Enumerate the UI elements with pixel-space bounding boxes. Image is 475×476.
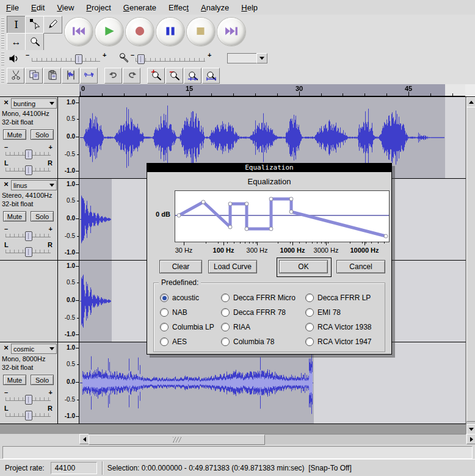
toolbar-grip[interactable] — [1, 52, 4, 65]
zoom-out-button[interactable] — [165, 68, 183, 84]
pan-slider-thumb[interactable] — [25, 165, 32, 175]
menu-generate[interactable]: Generate — [117, 1, 162, 14]
horizontal-scrollbar[interactable] — [0, 434, 475, 444]
radio-aes[interactable]: AES — [160, 337, 221, 346]
draw-tool-button[interactable] — [43, 16, 62, 34]
track-name-dropdown[interactable]: bunting — [11, 98, 57, 109]
paste-button[interactable] — [43, 68, 61, 84]
horizontal-scroll-thumb[interactable] — [89, 435, 265, 445]
input-source-dropdown[interactable] — [227, 53, 267, 63]
mute-button[interactable]: Mute — [3, 211, 26, 222]
menu-project[interactable]: Project — [80, 1, 117, 14]
radio-columbia-78[interactable]: Columbia 78 — [221, 337, 305, 346]
vertical-ruler[interactable]: 1.00.50.0-0.5-1.0 — [58, 342, 79, 424]
cut-button[interactable] — [7, 68, 24, 84]
scroll-right-button[interactable] — [466, 434, 475, 444]
skip-to-end-button[interactable] — [217, 18, 245, 46]
input-volume-slider[interactable] — [136, 58, 205, 62]
undo-button[interactable] — [104, 68, 122, 84]
toolbar-grip[interactable] — [1, 16, 4, 48]
pan-slider[interactable]: LR — [0, 162, 57, 178]
input-volume-thumb[interactable] — [137, 54, 145, 64]
envelope-tool-button[interactable] — [25, 16, 44, 34]
load-curve-button[interactable]: Load Curve — [208, 260, 257, 273]
solo-button[interactable]: Solo — [31, 375, 54, 385]
vertical-scroll-thumb[interactable] — [466, 107, 475, 422]
cancel-button[interactable]: Cancel — [336, 260, 385, 273]
output-volume-thumb[interactable] — [75, 54, 82, 64]
pause-button[interactable] — [156, 18, 184, 46]
play-button[interactable] — [95, 18, 123, 46]
gain-slider-thumb[interactable] — [25, 150, 32, 159]
dialog-title-bar[interactable]: Equalization — [147, 164, 391, 172]
clear-button[interactable]: Clear — [159, 260, 202, 273]
menu-file[interactable]: File — [0, 1, 25, 14]
solo-button[interactable]: Solo — [31, 129, 54, 140]
scroll-left-button[interactable] — [79, 434, 89, 444]
selection-tool-button[interactable]: I — [7, 16, 26, 34]
dropdown-button[interactable] — [256, 53, 267, 63]
silence-button[interactable] — [80, 68, 98, 84]
pan-slider-thumb[interactable] — [25, 411, 32, 420]
arrow-up-icon — [469, 101, 474, 104]
radio-decca-ffrr-78[interactable]: Decca FFRR 78 — [221, 308, 305, 317]
timeshift-tool-button[interactable]: ↔ — [7, 33, 26, 51]
ruler-label: -1.0 — [65, 331, 75, 337]
toolbar-grip[interactable] — [1, 69, 4, 82]
pan-slider[interactable]: LR — [0, 407, 57, 423]
radio-rca-victor-1947[interactable]: RCA Victor 1947 — [305, 337, 386, 346]
horizontal-scroll-trough[interactable] — [89, 434, 466, 444]
vertical-scrollbar[interactable] — [466, 97, 475, 434]
input-source-value — [227, 53, 256, 63]
pan-slider[interactable]: LR — [0, 243, 57, 259]
radio-nab[interactable]: NAB — [160, 308, 221, 317]
record-button[interactable] — [126, 18, 154, 46]
radio-emi-78[interactable]: EMI 78 — [305, 308, 386, 317]
radio-acoustic[interactable]: acoustic — [160, 294, 221, 302]
close-track-button[interactable]: × — [2, 98, 10, 107]
grip-icon — [173, 437, 181, 442]
gain-slider-thumb[interactable] — [25, 395, 32, 405]
menu-view[interactable]: View — [51, 1, 80, 14]
output-volume-slider[interactable] — [32, 58, 100, 62]
redo-button[interactable] — [123, 68, 140, 84]
scroll-up-button[interactable] — [466, 97, 475, 107]
menu-effect[interactable]: Effect — [162, 1, 195, 14]
close-track-button[interactable]: × — [2, 180, 10, 189]
ok-button[interactable]: OK — [279, 260, 328, 273]
gain-slider-thumb[interactable] — [25, 231, 32, 241]
vertical-ruler[interactable]: 1.00.50.0-0.5-1.0 — [58, 97, 79, 178]
mute-button[interactable]: Mute — [3, 375, 26, 385]
fit-project-button[interactable] — [202, 68, 220, 84]
zoom-tool-button[interactable] — [25, 33, 44, 51]
track-name-dropdown[interactable]: linus — [11, 180, 57, 190]
track-name-dropdown[interactable]: cosmic — [11, 344, 57, 354]
pan-slider-thumb[interactable] — [25, 247, 32, 257]
radio-label: Decca FFRR LP — [317, 294, 371, 302]
vertical-ruler[interactable]: 1.00.50.0-0.5-1.0 — [58, 261, 79, 342]
mute-button[interactable]: Mute — [3, 129, 26, 140]
radio-decca-ffrr-lp[interactable]: Decca FFRR LP — [305, 294, 386, 302]
copy-button[interactable] — [25, 68, 43, 84]
trim-button[interactable] — [62, 68, 79, 84]
skip-to-start-button[interactable] — [65, 18, 93, 46]
radio-columbia-lp[interactable]: Columbia LP — [160, 323, 221, 331]
close-track-button[interactable]: × — [2, 344, 10, 352]
stop-button[interactable] — [187, 18, 215, 46]
radio-riaa[interactable]: RIAA — [221, 323, 305, 331]
menu-edit[interactable]: Edit — [25, 1, 51, 14]
project-rate-value[interactable]: 44100 — [51, 462, 97, 474]
scroll-down-button[interactable] — [466, 424, 475, 435]
ruler-tick — [77, 236, 79, 237]
fit-selection-button[interactable] — [184, 68, 201, 84]
radio-decca-ffrr-micro[interactable]: Decca FFRR Micro — [221, 294, 305, 302]
solo-button[interactable]: Solo — [31, 211, 54, 222]
menu-analyze[interactable]: Analyze — [195, 1, 235, 14]
timeline-ruler[interactable] — [79, 84, 465, 96]
equalization-curve-graph[interactable] — [175, 190, 390, 242]
radio-rca-victor-1938[interactable]: RCA Victor 1938 — [305, 323, 386, 331]
vertical-ruler[interactable]: 1.00.50.0-0.5-1.0 — [58, 179, 79, 260]
freq-label: 3000 Hz — [314, 247, 339, 254]
menu-help[interactable]: Help — [235, 1, 264, 14]
zoom-in-button[interactable] — [147, 68, 165, 84]
